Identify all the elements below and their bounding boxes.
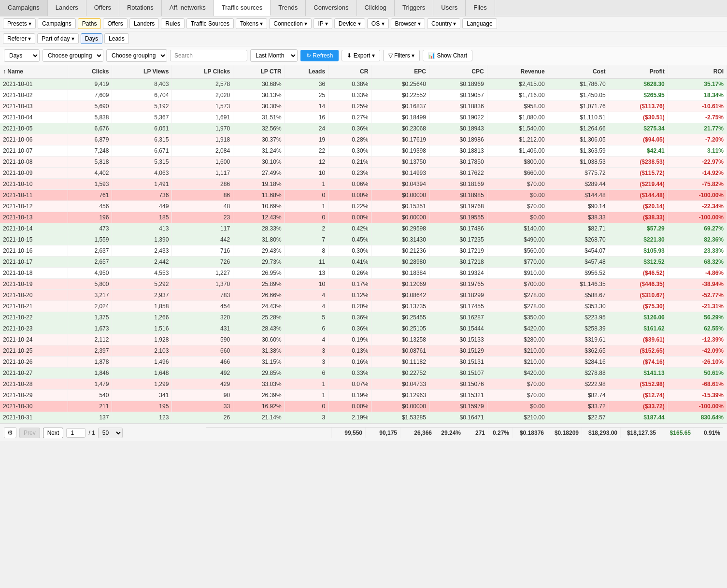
filter-bar-row2: Referer ▾ Part of day ▾ Days Leads	[0, 31, 727, 46]
table-row: 2021-10-094,4024,0631,11727.49%100.23%$0…	[0, 168, 727, 179]
campaigns-filter-button[interactable]: Campaigns	[38, 18, 76, 29]
table-row: 2021-10-117617368611.68%00.00%$0.00000$0…	[0, 190, 727, 201]
browser-button[interactable]: Browser ▾	[391, 18, 425, 29]
table-row: 2021-10-066,8796,3151,91830.37%190.28%$0…	[0, 134, 727, 145]
groupby-select-3[interactable]: Choose grouping	[106, 49, 167, 62]
device-button[interactable]: Device ▾	[334, 18, 365, 29]
table-row: 2021-10-184,9504,5531,22726.95%130.26%$0…	[0, 268, 727, 279]
table-row: 2021-10-281,4791,29942933.03%10.07%$0.04…	[0, 379, 727, 390]
col-header-epc[interactable]: EPC	[371, 65, 429, 78]
tab-clicklog[interactable]: Clicklog	[357, 0, 395, 16]
top-navigation: Campaigns Landers Offers Rotations Aff. …	[0, 0, 727, 16]
total-epc: $0.18376	[513, 428, 547, 438]
show-chart-button[interactable]: 📊 Show Chart	[423, 50, 472, 61]
groupby-select-1[interactable]: Days Weeks Months	[4, 49, 40, 62]
table-row: 2021-10-151,5591,39044231.80%70.45%$0.31…	[0, 234, 727, 245]
search-input[interactable]	[170, 50, 247, 61]
col-header-roi[interactable]: ROI	[668, 65, 727, 78]
date-picker-select[interactable]: Last Month This Month Last 7 Days Custom	[250, 49, 298, 62]
table-row: 2021-10-295403419026.39%10.19%$0.12963$0…	[0, 390, 727, 401]
tab-trends[interactable]: Trends	[271, 0, 306, 16]
leads-button[interactable]: Leads	[104, 33, 129, 44]
col-header-lpclicks[interactable]: LP Clicks	[172, 65, 233, 78]
table-row: 2021-10-131961852312.43%00.00%$0.00000$0…	[0, 212, 727, 223]
table-row: 2021-10-101,5931,49128619.18%10.06%$0.04…	[0, 179, 727, 190]
table-row: 2021-10-085,8185,3151,60030.10%120.21%$0…	[0, 157, 727, 168]
export-button[interactable]: ⬇ Export ▾	[342, 50, 380, 61]
part-of-day-button[interactable]: Part of day ▾	[37, 33, 78, 44]
total-lpviews: 90,175	[366, 428, 400, 438]
tab-campaigns[interactable]: Campaigns	[0, 0, 48, 16]
tab-files[interactable]: Files	[466, 0, 495, 16]
settings-gear-button[interactable]: ⚙	[4, 427, 16, 438]
tab-conversions[interactable]: Conversions	[306, 0, 356, 16]
col-header-cost[interactable]: Cost	[548, 65, 609, 78]
groupby-select-2[interactable]: Choose grouping	[43, 49, 103, 62]
table-row: 2021-10-172,6572,44272629.73%110.41%$0.2…	[0, 257, 727, 268]
refresh-button[interactable]: ↻ Refresh	[300, 50, 339, 61]
total-profit: $165.65	[659, 428, 694, 438]
presets-button[interactable]: Presets ▾	[3, 18, 36, 29]
table-row: 2021-10-212,0241,85845424.43%40.20%$0.13…	[0, 301, 727, 312]
total-lpclicks: 26,366	[400, 428, 435, 438]
col-header-clicks[interactable]: Clicks	[68, 65, 112, 78]
col-header-lpctr[interactable]: LP CTR	[233, 65, 285, 78]
total-lpctr: 29.24%	[435, 428, 464, 438]
data-table-wrap: ↑ Name Clicks LP Views LP Clicks LP CTR …	[0, 65, 727, 423]
paths-filter-button[interactable]: Paths	[78, 18, 101, 29]
country-button[interactable]: Country ▾	[427, 18, 460, 29]
filter-bar-row1: Presets ▾ Campaigns Paths Offers Landers…	[0, 16, 727, 31]
total-revenue: $18,293.00	[582, 428, 621, 438]
table-row: 2021-10-162,6372,43371629.43%80.30%$0.21…	[0, 245, 727, 257]
tab-aff-networks[interactable]: Aff. networks	[162, 0, 214, 16]
tab-rotations[interactable]: Rotations	[119, 0, 162, 16]
col-header-revenue[interactable]: Revenue	[487, 65, 548, 78]
table-footer: ⚙ Prev Next / 1 50 100 200 99,550 90,175…	[0, 423, 727, 441]
next-page-button[interactable]: Next	[43, 428, 64, 438]
connection-button[interactable]: Connection ▾	[269, 18, 312, 29]
offers-filter-button[interactable]: Offers	[103, 18, 127, 29]
table-row: 2021-10-203,2172,93778326.66%40.12%$0.08…	[0, 290, 727, 301]
filters-button[interactable]: ▽ Filters ▾	[383, 50, 420, 61]
days-button[interactable]: Days	[81, 33, 102, 44]
tab-triggers[interactable]: Triggers	[395, 0, 433, 16]
tokens-button[interactable]: Tokens ▾	[236, 18, 267, 29]
col-header-profit[interactable]: Profit	[609, 65, 668, 78]
ip-button[interactable]: IP ▾	[314, 18, 332, 29]
per-page-select[interactable]: 50 100 200	[98, 428, 123, 438]
table-row: 2021-10-231,6731,51643128.43%60.36%$0.25…	[0, 323, 727, 334]
prev-page-button[interactable]: Prev	[19, 428, 40, 438]
table-row: 2021-10-019,4198,4032,57830.68%360.38%$0…	[0, 78, 727, 90]
os-button[interactable]: OS ▾	[367, 18, 389, 29]
col-header-lpviews[interactable]: LP Views	[112, 65, 172, 78]
total-cr: 0.27%	[488, 428, 513, 438]
total-leads: 271	[464, 428, 488, 438]
language-button[interactable]: Language	[462, 18, 497, 29]
landers-filter-button[interactable]: Landers	[129, 18, 159, 29]
table-row: 2021-10-077,2486,6712,08431.24%220.30%$0…	[0, 145, 727, 157]
rules-filter-button[interactable]: Rules	[161, 18, 185, 29]
tab-users[interactable]: Users	[433, 0, 466, 16]
table-row: 2021-10-1447341311728.33%20.42%$0.29598$…	[0, 223, 727, 234]
table-row: 2021-10-261,8781,49646631.15%30.16%$0.11…	[0, 357, 727, 368]
page-separator: / 1	[88, 430, 95, 436]
col-header-cr[interactable]: CR	[328, 65, 371, 78]
table-row: 2021-10-056,6766,0511,97032.56%240.36%$0…	[0, 123, 727, 134]
table-row: 2021-10-195,8005,2921,37025.89%100.17%$0…	[0, 279, 727, 290]
col-header-leads[interactable]: Leads	[285, 65, 328, 78]
total-cost: $18,127.35	[621, 428, 659, 438]
referer-button[interactable]: Referer ▾	[3, 33, 35, 44]
table-row: 2021-10-027,6096,7042,02030.13%250.33%$0…	[0, 90, 727, 101]
col-header-name[interactable]: ↑ Name	[0, 65, 68, 78]
table-row: 2021-10-124564494810.69%10.22%$0.15351$0…	[0, 201, 727, 212]
tab-traffic-sources[interactable]: Traffic sources	[214, 0, 271, 16]
tab-landers[interactable]: Landers	[48, 0, 86, 16]
total-roi: 0.91%	[694, 428, 723, 438]
table-header-row: ↑ Name Clicks LP Views LP Clicks LP CTR …	[0, 65, 727, 78]
toolbar: Days Weeks Months Choose grouping Choose…	[0, 46, 727, 65]
tab-offers[interactable]: Offers	[86, 0, 119, 16]
table-row: 2021-10-242,1121,92859030.60%40.19%$0.13…	[0, 334, 727, 345]
col-header-cpc[interactable]: CPC	[429, 65, 487, 78]
traffic-sources-filter-button[interactable]: Traffic Sources	[186, 18, 234, 29]
page-number-input[interactable]	[66, 428, 86, 438]
